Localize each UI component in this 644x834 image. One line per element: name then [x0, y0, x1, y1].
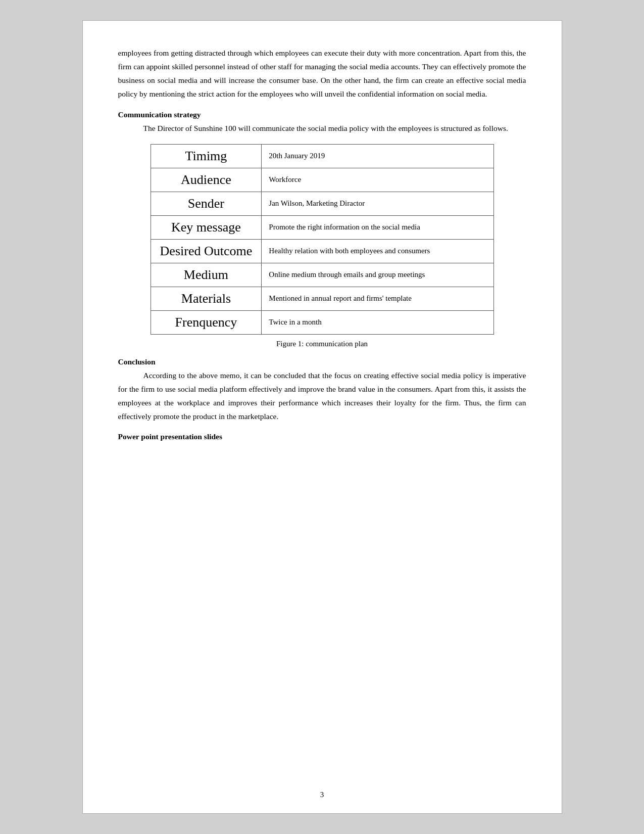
- communication-table: Timimg20th January 2019AudienceWorkforce…: [151, 144, 494, 335]
- table-value-cell: Promote the right information on the soc…: [262, 215, 493, 239]
- document-page: employees from getting distracted throug…: [82, 20, 562, 814]
- table-label-cell: Medium: [151, 263, 262, 287]
- communication-strategy-heading: Communication strategy: [118, 110, 526, 119]
- intro-paragraph: employees from getting distracted throug…: [118, 46, 526, 101]
- table-row: MediumOnline medium through emails and g…: [151, 263, 493, 287]
- conclusion-paragraph: According to the above memo, it can be c…: [118, 368, 526, 424]
- table-row: SenderJan Wilson, Marketing Diractor: [151, 192, 493, 215]
- table-value-cell: Twice in a month: [262, 310, 493, 334]
- table-label-cell: Frenquency: [151, 310, 262, 334]
- table-value-cell: Online medium through emails and group m…: [262, 263, 493, 287]
- table-row: AudienceWorkforce: [151, 168, 493, 192]
- table-row: Key messagePromote the right information…: [151, 215, 493, 239]
- table-row: Desired OutcomeHealthy relation with bot…: [151, 239, 493, 263]
- table-value-cell: Workforce: [262, 168, 493, 192]
- table-row: FrenquencyTwice in a month: [151, 310, 493, 334]
- communication-table-wrapper: Timimg20th January 2019AudienceWorkforce…: [118, 144, 526, 335]
- table-row: MaterialsMentioned in annual report and …: [151, 287, 493, 310]
- table-label-cell: Desired Outcome: [151, 239, 262, 263]
- figure-caption: Figure 1: communication plan: [118, 340, 526, 348]
- table-label-cell: Key message: [151, 215, 262, 239]
- table-label-cell: Sender: [151, 192, 262, 215]
- table-value-cell: 20th January 2019: [262, 144, 493, 168]
- table-value-cell: Jan Wilson, Marketing Diractor: [262, 192, 493, 215]
- table-label-cell: Timimg: [151, 144, 262, 168]
- communication-strategy-paragraph: The Director of Sunshine 100 will commun…: [118, 121, 526, 135]
- table-row: Timimg20th January 2019: [151, 144, 493, 168]
- table-value-cell: Mentioned in annual report and firms' te…: [262, 287, 493, 310]
- page-number: 3: [83, 791, 562, 799]
- table-label-cell: Audience: [151, 168, 262, 192]
- table-label-cell: Materials: [151, 287, 262, 310]
- powerpoint-heading: Power point presentation slides: [118, 432, 526, 441]
- conclusion-heading: Conclusion: [118, 357, 526, 366]
- table-value-cell: Healthy relation with both employees and…: [262, 239, 493, 263]
